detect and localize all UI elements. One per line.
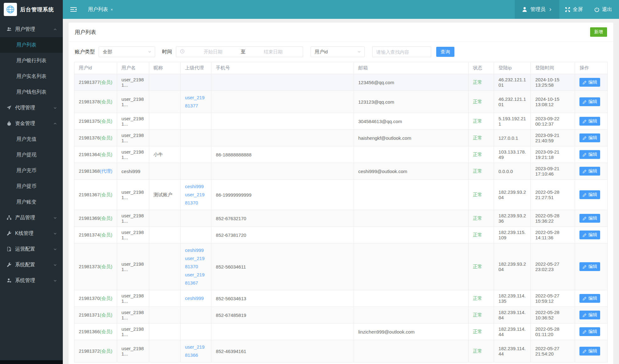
sidebar-subitem[interactable]: 用户充值 [0,131,63,147]
date-range-input[interactable]: 开始日期 至 结束日期 [176,46,303,57]
cell-login-ip: 182.239.114.135 [494,290,531,307]
edit-button[interactable]: 编辑 [579,214,600,223]
sidebar-item-3[interactable]: 资金管理 [0,116,63,131]
edit-button[interactable]: 编辑 [579,190,600,199]
cell-login-ip: 182.239.115.109 [494,227,531,243]
chevron-down-icon [148,49,152,55]
cell-phone: 852-46394161 [211,340,354,362]
edit-button[interactable]: 编辑 [579,262,600,271]
app-root: 后台管理系统 用户管理用户列表用户银行列表用户实名列表用户钱包列表代理管理资金管… [0,0,619,364]
user-type-badge: (会员) [100,232,112,237]
edit-button[interactable]: 编辑 [579,294,600,303]
sidebar-subitem[interactable]: 用户实名列表 [0,68,63,84]
sidebar-item-7[interactable]: 系统配置 [0,257,63,273]
sidebar-subitem[interactable]: 用户提币 [0,178,63,194]
edit-button[interactable]: 编辑 [579,133,600,142]
sidebar-item-6[interactable]: 运营配置 [0,241,63,257]
wrench-icon [6,262,12,267]
table-row: 21981377(会员)user_21981...123456@qq.com正常… [74,74,608,91]
cell-phone: 852-56034611 [211,243,354,290]
agent-link[interactable]: user_21981370 [185,254,207,271]
user-id-value: 21981371 [79,312,100,318]
cell-nickname [149,307,180,323]
search-field-select[interactable]: 用户id [311,46,365,57]
agent-link[interactable]: user_21981370 [185,191,207,207]
edit-button[interactable]: 编辑 [579,327,600,336]
status-badge: 正常 [473,79,482,85]
sidebar-item-label: 运营配置 [15,246,52,253]
cell-actions: 编辑 [575,227,608,243]
sidebar: 后台管理系统 用户管理用户列表用户银行列表用户实名列表用户钱包列表代理管理资金管… [0,0,63,364]
sidebar-item-1[interactable]: 用户管理 [0,21,63,37]
account-type-select[interactable]: 全部 [99,46,155,57]
sidebar-subitem[interactable]: 用户账变 [0,194,63,210]
search-input[interactable] [372,46,431,57]
logout-button[interactable]: 退出 [589,0,619,19]
sidebar-subitem[interactable]: 用户提现 [0,147,63,163]
edit-button[interactable]: 编辑 [579,167,600,176]
edit-button[interactable]: 编辑 [579,117,600,126]
sidebar-item-5[interactable]: K线管理 [0,225,63,241]
edit-button[interactable]: 编辑 [579,347,600,356]
add-user-button[interactable]: 新增 [590,27,607,37]
sidebar-item-2[interactable]: 代理管理 [0,100,63,116]
cell-email: 123123@qq.com [354,91,468,113]
user-id-value: 21981367 [79,192,100,197]
sidebar-subitem[interactable]: 用户银行列表 [0,53,63,68]
fullscreen-button[interactable]: 全屏 [559,0,589,19]
cell-username: user_21981... [117,146,149,163]
agent-link[interactable]: ceshi999 [185,246,207,254]
column-header: 登陆时间 [531,62,575,74]
column-header: 登陆ip [494,62,531,74]
tab-user-list[interactable]: 用户列表 × [83,0,118,19]
cell-email [354,180,468,210]
cell-parent-agents: user_21981366 [180,340,211,362]
pencil-icon [583,265,587,269]
pencil-icon [583,80,587,84]
agent-link[interactable]: ceshi999 [185,294,207,302]
edit-button-label: 编辑 [588,215,597,221]
cell-user-id: 21981370(会员) [74,290,117,307]
tab-close-icon[interactable]: × [111,7,113,12]
status-badge: 正常 [473,192,482,197]
chevron-down-icon [357,49,361,55]
agent-link[interactable]: user_21981377 [185,94,207,110]
query-button[interactable]: 查询 [436,47,454,57]
sidebar-item-label: 系统配置 [15,262,52,268]
cell-parent-agents [180,210,211,227]
cell-login-time: 2022-05-27 21:54:20 [531,340,575,362]
agent-link[interactable]: user_21981367 [185,271,207,287]
edit-button[interactable]: 编辑 [579,78,600,87]
edit-button[interactable]: 编辑 [579,97,600,106]
admin-menu[interactable]: 管理员 [515,0,559,19]
search-field-value: 用户id [315,49,328,55]
edit-button-label: 编辑 [588,79,597,85]
sidebar-toggle-button[interactable] [63,0,83,19]
sidebar-item-8[interactable]: 系统管理 [0,273,63,288]
cell-username: ceshi999 [117,163,149,180]
sidebar-item-4[interactable]: 产品管理 [0,210,63,225]
cell-login-time: 2022-05-28 01:11:20 [531,323,575,340]
cell-login-ip: 103.133.178.49 [494,146,531,163]
moneybag-icon [6,121,12,126]
agent-link[interactable]: user_21981366 [185,343,207,359]
start-date-placeholder[interactable]: 开始日期 [187,49,239,55]
cell-nickname [149,210,180,227]
agent-link[interactable]: ceshi999 [185,182,207,191]
table-row: 21981378(会员)user_21981...user_2198137712… [74,91,608,113]
sidebar-subitem[interactable]: 用户钱包列表 [0,84,63,100]
cell-nickname: 测试账户 [149,180,180,210]
end-date-placeholder[interactable]: 结束日期 [247,49,299,55]
sidebar-subitem[interactable]: 用户列表 [0,37,63,53]
sidebar-subitem[interactable]: 用户充币 [0,163,63,178]
cell-email [354,227,468,243]
sitemap-icon [6,215,12,220]
edit-button[interactable]: 编辑 [579,311,600,319]
cell-email [354,146,468,163]
cell-username: user_21981... [117,210,149,227]
edit-button[interactable]: 编辑 [579,150,600,159]
edit-button[interactable]: 编辑 [579,231,600,239]
status-badge: 正常 [473,99,482,104]
cell-phone [211,91,354,113]
app-logo[interactable]: 后台管理系统 [0,0,63,19]
